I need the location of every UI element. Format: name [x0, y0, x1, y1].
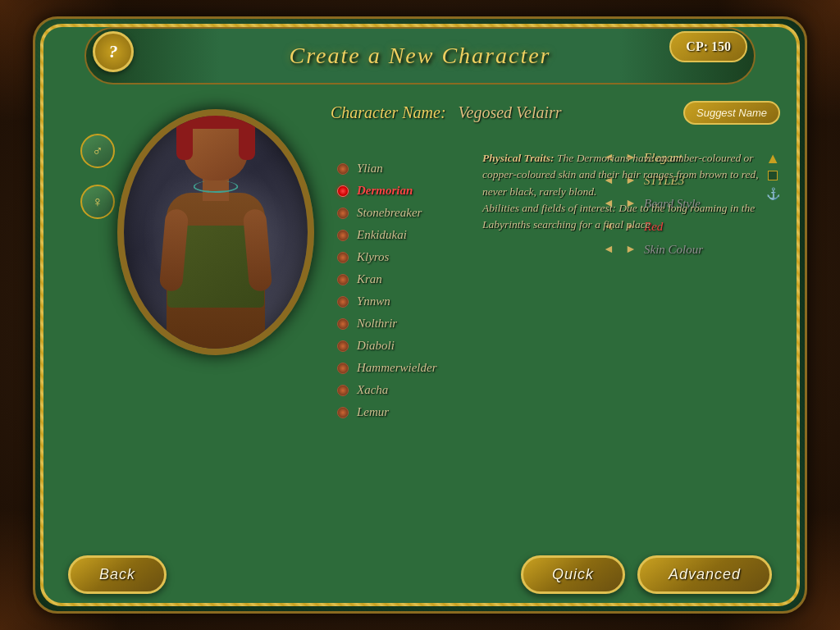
bottom-bar: Back Quick Advanced	[68, 554, 772, 595]
main-panel: Create a New Character ? CP: 150 ♂ ♀	[33, 16, 807, 614]
race-item-dermorian[interactable]: Dermorian	[331, 180, 478, 201]
scroll-controls: ▲ ⚓	[765, 150, 780, 201]
race-dot-lemur	[337, 407, 349, 418]
description-box: Physical Traits: The Dermorians have an …	[482, 150, 780, 546]
race-dot-ylian	[337, 163, 349, 175]
race-dot-kran	[337, 274, 349, 285]
name-label: Character Name:	[331, 103, 446, 122]
race-dot-hammerwielder	[337, 363, 349, 374]
race-item-enkidukai[interactable]: Enkidukai	[331, 225, 478, 245]
female-gender-button[interactable]: ♀	[80, 185, 115, 219]
race-name-kran: Kran	[357, 272, 382, 286]
race-name-hammerwielder: Hammerwielder	[357, 361, 437, 375]
gender-panel: ♂ ♀	[80, 134, 115, 219]
cp-value: CP: 150	[686, 39, 731, 53]
female-icon: ♀	[92, 194, 103, 211]
advanced-button[interactable]: Advanced	[637, 555, 772, 594]
race-list: Ylian Dermorian Stonebreaker Enkidukai K…	[331, 158, 478, 424]
race-name-dermorian: Dermorian	[357, 184, 413, 198]
right-buttons: Quick Advanced	[521, 555, 772, 594]
male-icon: ♂	[92, 143, 103, 160]
help-icon: ?	[109, 41, 118, 62]
race-dot-dermorian	[337, 185, 349, 197]
race-item-ynnwn[interactable]: Ynnwn	[331, 291, 478, 312]
description-content: Physical Traits: The Dermorians have an …	[482, 150, 780, 233]
race-name-diaboli: Diaboli	[357, 339, 395, 353]
character-figure	[134, 119, 298, 355]
race-name-lemur: Lemur	[357, 405, 389, 419]
portrait-frame	[117, 109, 314, 355]
race-item-klyros[interactable]: Klyros	[331, 247, 478, 267]
race-item-diaboli[interactable]: Diaboli	[331, 336, 478, 356]
race-name-nolthrir: Nolthrir	[357, 317, 397, 331]
race-name-stonebreaker: Stonebreaker	[357, 206, 422, 220]
race-dot-klyros	[337, 252, 349, 263]
race-item-xacha[interactable]: Xacha	[331, 380, 478, 400]
name-section: Character Name: Vegosed Velairr Suggest …	[331, 101, 780, 125]
race-dot-xacha	[337, 385, 349, 396]
race-dot-ynnwn	[337, 296, 349, 308]
race-item-kran[interactable]: Kran	[331, 269, 478, 290]
scroll-thumb	[768, 171, 778, 180]
character-portrait	[117, 109, 314, 355]
header: Create a New Character	[84, 27, 756, 84]
char-hair-right	[239, 119, 255, 160]
race-item-ylian[interactable]: Ylian	[331, 158, 478, 179]
race-name-ylian: Ylian	[357, 162, 383, 176]
scroll-up-button[interactable]: ▲	[765, 150, 780, 167]
race-item-nolthrir[interactable]: Nolthrir	[331, 313, 478, 334]
back-button[interactable]: Back	[68, 555, 167, 594]
description-text: Physical Traits: The Dermorians have an …	[482, 150, 760, 233]
anchor-icon: ⚓	[766, 187, 780, 201]
help-button[interactable]: ?	[93, 31, 134, 72]
race-dot-nolthrir	[337, 318, 349, 330]
char-hair-left	[176, 119, 193, 160]
race-item-hammerwielder[interactable]: Hammerwielder	[331, 358, 478, 378]
race-dot-stonebreaker	[337, 208, 349, 219]
race-name-xacha: Xacha	[357, 383, 388, 397]
race-name-ynnwn: Ynnwn	[357, 294, 390, 308]
page-title: Create a New Character	[289, 43, 550, 69]
info-panel: Character Name: Vegosed Velairr Suggest …	[331, 101, 780, 546]
race-dot-diaboli	[337, 340, 349, 352]
race-item-stonebreaker[interactable]: Stonebreaker	[331, 203, 478, 223]
race-name-enkidukai: Enkidukai	[357, 228, 407, 242]
cp-badge[interactable]: CP: 150	[669, 31, 747, 62]
race-dot-enkidukai	[337, 230, 349, 241]
male-gender-button[interactable]: ♂	[80, 134, 115, 168]
character-name[interactable]: Vegosed Velairr	[459, 103, 562, 122]
race-name-klyros: Klyros	[357, 250, 389, 264]
suggest-name-button[interactable]: Suggest Name	[683, 101, 780, 125]
race-item-lemur[interactable]: Lemur	[331, 402, 478, 422]
char-necklace	[194, 180, 239, 193]
quick-button[interactable]: Quick	[521, 555, 625, 594]
